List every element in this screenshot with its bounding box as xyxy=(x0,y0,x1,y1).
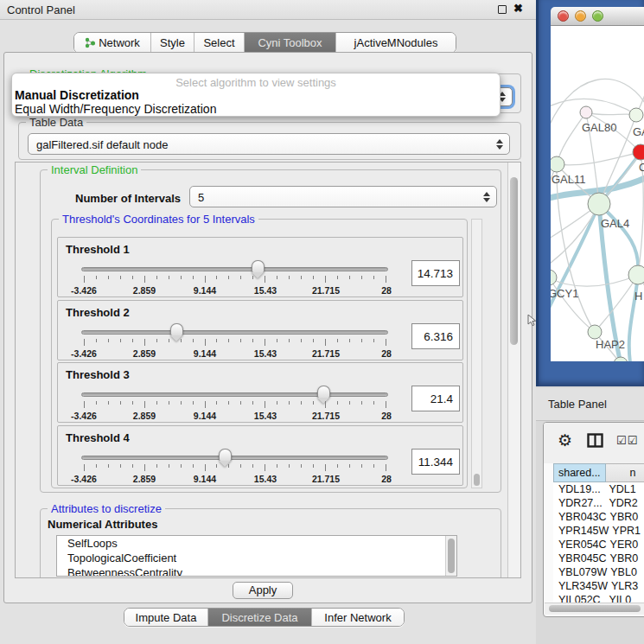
cell-shared-name[interactable]: YIL052C xyxy=(553,594,605,603)
column-header-name[interactable]: n xyxy=(606,463,644,482)
network-edge[interactable] xyxy=(551,99,636,115)
threshold-slider[interactable]: -3.4262.8599.14415.4321.71528 xyxy=(75,450,393,485)
table-row[interactable]: YER054CYER0 xyxy=(553,538,644,552)
threshold-slider[interactable]: -3.4262.8599.14415.4321.71528 xyxy=(75,262,393,296)
cell-name[interactable]: YBL0 xyxy=(607,566,644,578)
tick-mark xyxy=(193,401,194,405)
tab-impute-data[interactable]: Impute Data xyxy=(124,609,208,626)
table-row[interactable]: YBL079WYBL0 xyxy=(553,565,644,579)
network-node-gal4[interactable] xyxy=(588,193,610,215)
threshold-value-box[interactable]: 6.316 xyxy=(411,323,460,349)
tick-mark xyxy=(301,464,302,468)
slider-track[interactable] xyxy=(81,330,388,335)
settings-scrollbar-thumb[interactable] xyxy=(510,177,518,345)
network-canvas[interactable]: GAL80GACGAL11GAL4HGCY1HAP2 xyxy=(551,26,644,361)
table-row[interactable]: YIL052CYIL0 xyxy=(553,593,644,603)
thresholds-scrollbar-thumb[interactable] xyxy=(474,474,480,486)
attribute-list-item[interactable]: BetweennessCentrality xyxy=(57,565,456,577)
cell-shared-name[interactable]: YBR043C xyxy=(553,511,607,523)
tab-jactivemnodules[interactable]: jActiveMNodules xyxy=(336,33,456,53)
tab-discretize-data[interactable]: Discretize Data xyxy=(208,609,312,626)
number-of-intervals-combobox[interactable]: 5 xyxy=(189,186,497,207)
float-window-icon[interactable] xyxy=(498,5,507,14)
dropdown-option-equal-width[interactable]: Equal Width/Frequency Discretization xyxy=(15,102,216,116)
network-node-hap2[interactable] xyxy=(588,325,602,339)
slider-tick-labels: -3.4262.8599.14415.4321.71528 xyxy=(84,348,386,359)
cell-shared-name[interactable]: YDL19... xyxy=(553,483,605,495)
threshold-value-box[interactable]: 11.344 xyxy=(411,449,460,475)
network-edge[interactable] xyxy=(557,112,586,164)
network-edge[interactable] xyxy=(557,152,641,165)
cell-shared-name[interactable]: YER054C xyxy=(553,539,607,551)
attribute-list-item[interactable]: SelfLoops xyxy=(57,536,456,551)
traffic-light-zoom[interactable] xyxy=(592,10,603,22)
tick-mark xyxy=(144,339,145,346)
network-window-titlebar[interactable] xyxy=(551,7,644,26)
network-edge[interactable] xyxy=(629,275,638,361)
traffic-light-close[interactable] xyxy=(558,10,569,22)
cell-shared-name[interactable]: YBL079W xyxy=(553,566,607,578)
threshold-value-box[interactable]: 14.713 xyxy=(411,260,460,286)
network-node-gcy1[interactable] xyxy=(551,270,557,285)
table-hscrollbar-thumb[interactable] xyxy=(549,605,641,612)
cell-name[interactable]: YDR2 xyxy=(605,497,644,509)
tab-style[interactable]: Style xyxy=(151,33,194,53)
table-row[interactable]: YBR043CYBR0 xyxy=(553,510,644,524)
tick-label: 21.715 xyxy=(312,474,340,484)
tick-label: 2.859 xyxy=(133,348,156,359)
cell-name[interactable]: YER0 xyxy=(607,539,644,551)
apply-button[interactable]: Apply xyxy=(233,582,293,599)
network-node-ga[interactable] xyxy=(629,108,643,122)
table-row[interactable]: YDL19...YDL1 xyxy=(553,482,644,496)
network-view-frame: GAL80GACGAL11GAL4HGCY1HAP2 xyxy=(536,0,644,386)
tick-mark xyxy=(349,276,350,279)
cell-shared-name[interactable]: YBR045C xyxy=(553,552,607,564)
gear-icon[interactable]: ⚙ xyxy=(558,430,572,450)
settings-vertical-scrollbar[interactable] xyxy=(507,163,520,577)
slider-track[interactable] xyxy=(81,267,388,271)
cell-shared-name[interactable]: YLR345W xyxy=(553,580,608,592)
threshold-value-box[interactable]: 21.4 xyxy=(411,386,460,411)
table-row[interactable]: YPR145WYPR1 xyxy=(553,524,644,538)
cell-name[interactable]: YBR0 xyxy=(607,552,644,564)
tab-select[interactable]: Select xyxy=(194,33,245,53)
column-header-shared-name[interactable]: shared... xyxy=(553,463,606,482)
cell-shared-name[interactable]: YDR27... xyxy=(553,497,605,509)
numerical-attributes-list[interactable]: SelfLoopsTopologicalCoefficientBetweenne… xyxy=(56,535,457,577)
slider-track[interactable] xyxy=(81,392,388,397)
cell-name[interactable]: YLR3 xyxy=(608,580,644,592)
network-node-h[interactable] xyxy=(628,265,644,284)
network-node-gal11[interactable] xyxy=(551,156,564,172)
checkbox-pair-icon[interactable]: ☑☑ xyxy=(616,434,638,447)
tick-mark xyxy=(252,276,253,279)
network-node-gal80[interactable] xyxy=(580,106,592,118)
tick-mark xyxy=(349,401,350,405)
tab-infer-network[interactable]: Infer Network xyxy=(312,609,404,626)
split-table-icon[interactable] xyxy=(587,433,603,448)
traffic-light-minimize[interactable] xyxy=(575,10,586,22)
cell-shared-name[interactable]: YPR145W xyxy=(553,525,609,537)
slider-track[interactable] xyxy=(81,456,388,460)
attribute-list-item[interactable]: TopologicalCoefficient xyxy=(57,551,456,565)
tick-label: 2.859 xyxy=(133,411,156,421)
table-row[interactable]: YBR045CYBR0 xyxy=(553,552,644,565)
tab-cyni-toolbox[interactable]: Cyni Toolbox xyxy=(245,33,336,53)
dropdown-option-manual[interactable]: Manual Discretization xyxy=(15,88,139,102)
cell-name[interactable]: YPR1 xyxy=(609,525,644,537)
threshold-slider[interactable]: -3.4262.8599.14415.4321.71528 xyxy=(75,325,393,360)
cell-name[interactable]: YDL1 xyxy=(605,483,644,495)
attributes-list-scrollbar[interactable] xyxy=(445,536,456,576)
attributes-scrollbar-thumb[interactable] xyxy=(448,539,455,573)
table-horizontal-scrollbar[interactable] xyxy=(545,603,644,615)
network-edge[interactable] xyxy=(586,112,636,115)
table-row[interactable]: YLR345WYLR3 xyxy=(553,579,644,593)
tab-network[interactable]: Network xyxy=(74,33,151,53)
close-icon[interactable]: ✖ xyxy=(513,2,523,15)
cell-name[interactable]: YIL0 xyxy=(605,594,644,603)
cell-name[interactable]: YBR0 xyxy=(607,511,644,523)
thresholds-scrollbar[interactable] xyxy=(471,219,482,488)
table-data-combobox[interactable]: galFiltered.sif default node xyxy=(28,133,510,155)
threshold-slider[interactable]: -3.4262.8599.14415.4321.71528 xyxy=(75,387,393,422)
table-row[interactable]: YDR27...YDR2 xyxy=(553,496,644,510)
network-node-c[interactable] xyxy=(633,144,644,160)
